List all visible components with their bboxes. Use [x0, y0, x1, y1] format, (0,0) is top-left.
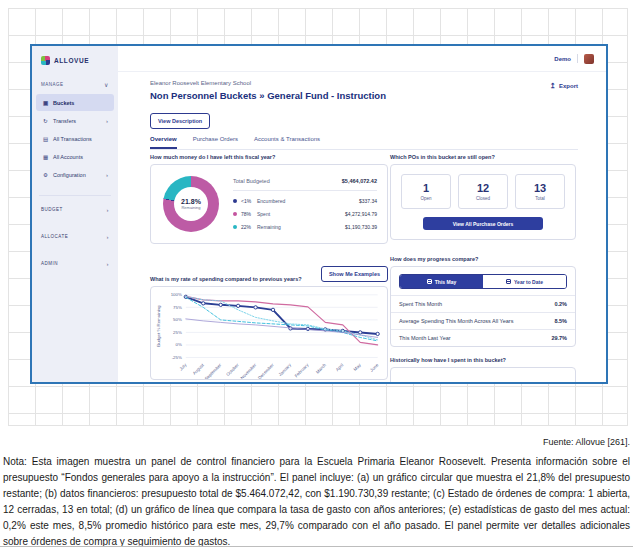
toggle-this-may-label: This May [435, 279, 456, 285]
sidebar-item-all-accounts[interactable]: ▦ All Accounts [36, 148, 114, 165]
legend-row-encumbered: <1% Encumbered $337.34 [233, 198, 377, 204]
po-stat-total: 13 Total [515, 174, 565, 209]
sidebar-item-buckets[interactable]: ▣ Buckets [36, 94, 114, 111]
sidebar-item-label: Buckets [53, 100, 108, 106]
tab-purchase-orders[interactable]: Purchase Orders [193, 136, 238, 149]
spending-chart-title: What is my rate of spending compared to … [150, 276, 302, 282]
donut-center: 21.8% Remaining [174, 187, 208, 221]
remaining-pct: 22% [241, 224, 257, 230]
encumbered-pct: <1% [241, 198, 257, 204]
po-card-title: Which POs in this bucket are still open? [390, 154, 576, 160]
show-me-examples-button[interactable]: Show Me Examples [321, 266, 388, 282]
tab-accounts-transactions[interactable]: Accounts & Transactions [254, 136, 320, 149]
sidebar-section-admin[interactable]: ADMIN › [32, 250, 118, 277]
toggle-year-to-date-label: Year to Date [514, 279, 543, 285]
donut-center-value: 21.8% [181, 198, 201, 205]
page-divider [0, 546, 633, 547]
sidebar-section-allocate[interactable]: ALLOCATE › [32, 223, 118, 250]
sidebar-section-manage[interactable]: MANAGE ∨ [41, 81, 109, 88]
svg-text:75%: 75% [173, 305, 182, 310]
allovue-logo-icon [41, 56, 50, 65]
po-total-label: Total [535, 196, 545, 201]
sidebar-item-label: Configuration [53, 172, 102, 178]
po-open-label: Open [420, 196, 431, 201]
progress-row-average-spending: Average Spending This Month Across All Y… [391, 312, 575, 329]
svg-text:March: March [315, 362, 328, 375]
user-avatar[interactable] [584, 54, 594, 64]
svg-text:December: December [257, 362, 275, 379]
svg-text:May: May [352, 362, 362, 372]
history-card [390, 367, 576, 384]
progress-row-value: 29.7% [551, 335, 567, 341]
chevron-right-icon: › [107, 207, 110, 213]
chevron-right-icon: › [107, 261, 110, 267]
spending-line-chart: 100%75%50%25%0%-25%Budget % RemainingJul… [150, 286, 388, 380]
remaining-dot-icon [233, 225, 237, 229]
po-stat-closed: 12 Closed [458, 174, 508, 209]
svg-text:February: February [294, 362, 311, 379]
progress-row-this-month-last-year: This Month Last Year 29.7% [391, 329, 575, 346]
svg-text:June: June [369, 362, 380, 373]
donut-center-label: Remaining [181, 205, 200, 210]
budget-table: Total Budgeted $5,464,072.42 <1% Encumbe… [233, 178, 377, 230]
budget-card-title: How much money do I have left this fisca… [150, 154, 388, 160]
right-column: Which POs in this bucket are still open?… [390, 154, 576, 384]
po-card: 1 Open 12 Closed 13 Total View All Purch… [390, 164, 576, 240]
sidebar-item-configuration[interactable]: ⚙ Configuration › [36, 166, 114, 183]
chevron-right-icon: › [106, 172, 108, 178]
view-all-purchase-orders-button[interactable]: View All Purchase Orders [423, 217, 543, 230]
toggle-this-may[interactable]: This May [400, 275, 483, 288]
svg-text:25%: 25% [173, 330, 182, 335]
export-icon: ↥ [550, 82, 556, 90]
view-description-button[interactable]: View Description [150, 113, 210, 129]
svg-text:October: October [225, 362, 240, 377]
progress-card-title: How does my progress compare? [390, 256, 576, 262]
toggle-year-to-date[interactable]: Year to Date [483, 275, 566, 288]
svg-text:100%: 100% [171, 292, 182, 297]
figure-source: Fuente: Allovue [261]. [3, 437, 630, 447]
tab-overview[interactable]: Overview [150, 136, 177, 149]
spent-value: $4,272,914.79 [345, 211, 377, 217]
encumbered-dot-icon [233, 199, 237, 203]
page-title: Non Personnel Buckets » General Fund - I… [150, 90, 578, 101]
progress-row-value: 8.5% [554, 318, 567, 324]
svg-text:September: September [204, 362, 223, 379]
sidebar: ALLOVUE MANAGE ∨ ▣ Buckets ↻ Transfers ›… [32, 46, 118, 382]
figure-caption: Fuente: Allovue [261]. Nota: Esta imagen… [3, 437, 630, 550]
legend-row-spent: 78% Spent $4,272,914.79 [233, 211, 377, 217]
chevron-right-icon: › [107, 234, 110, 240]
export-button[interactable]: ↥ Export [550, 82, 578, 90]
progress-card: This May Year to Date Spent This Month 0… [390, 266, 576, 347]
remaining-label: Remaining [257, 224, 345, 230]
gear-icon: ⚙ [42, 172, 49, 178]
demo-link[interactable]: Demo [554, 56, 571, 62]
po-closed-label: Closed [476, 196, 490, 201]
total-budgeted-value: $5,464,072.42 [342, 178, 377, 184]
transfers-icon: ↻ [42, 118, 49, 124]
svg-text:0%: 0% [176, 342, 182, 347]
sidebar-section-budget[interactable]: BUDGET › [32, 196, 118, 223]
topbar-separator [577, 54, 578, 63]
sidebar-section-label: ADMIN [41, 261, 58, 266]
progress-row-label: Average Spending This Month Across All Y… [399, 318, 513, 324]
progress-toggle: This May Year to Date [399, 274, 567, 289]
tab-bar: Overview Purchase Orders Accounts & Tran… [150, 136, 578, 150]
svg-text:November: November [239, 362, 257, 379]
content-header: Eleanor Roosevelt Elementary School Non … [150, 80, 578, 129]
bucket-icon: ▣ [42, 100, 49, 106]
spent-label: Spent [257, 211, 345, 217]
legend-row-remaining: 22% Remaining $1,190,730.39 [233, 224, 377, 230]
sidebar-item-transfers[interactable]: ↻ Transfers › [36, 112, 114, 129]
sidebar-item-all-transactions[interactable]: ▤ All Transactions [36, 130, 114, 147]
po-total-value: 13 [534, 183, 546, 194]
svg-text:July: July [178, 362, 188, 372]
progress-row-label: Spent This Month [399, 301, 442, 307]
svg-text:-25%: -25% [172, 355, 182, 360]
remaining-value: $1,190,730.39 [345, 224, 377, 230]
chevron-down-icon: ∨ [104, 81, 109, 88]
po-stat-open: 1 Open [401, 174, 451, 209]
progress-row-label: This Month Last Year [399, 335, 451, 341]
figure-page: ALLOVUE MANAGE ∨ ▣ Buckets ↻ Transfers ›… [0, 0, 633, 552]
sidebar-item-label: All Accounts [53, 154, 108, 160]
school-name: Eleanor Roosevelt Elementary School [150, 80, 578, 86]
